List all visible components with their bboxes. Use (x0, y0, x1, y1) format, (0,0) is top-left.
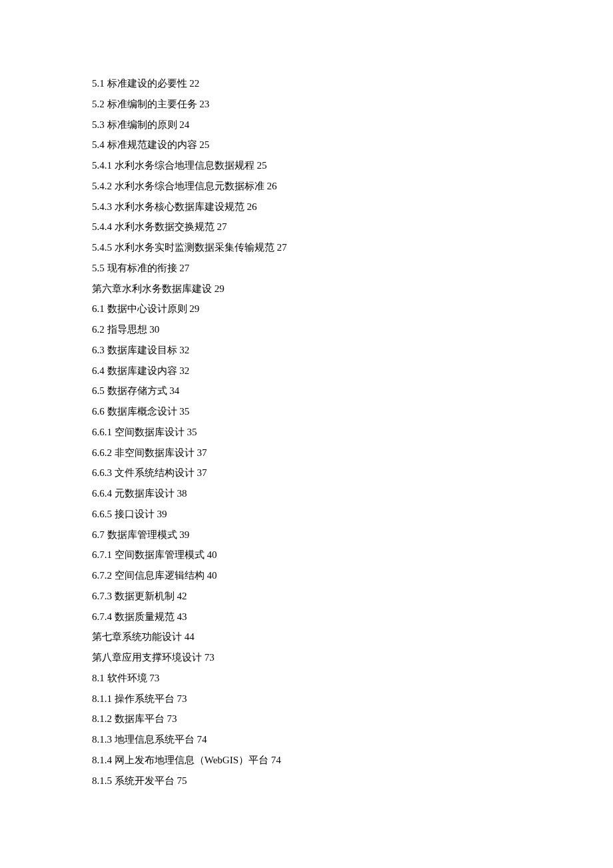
toc-entry: 6.7.4 数据质量规范 43 (92, 607, 613, 627)
toc-text: 6.6.3 文件系统结构设计 37 (92, 467, 207, 478)
toc-entry: 6.1 数据中心设计原则 29 (92, 299, 613, 319)
toc-entry: 5.4 标准规范建设的内容 25 (92, 135, 613, 155)
toc-text: 6.2 指导思想 30 (92, 324, 159, 335)
toc-entry: 8.1.1 操作系统平台 73 (92, 689, 613, 709)
toc-entry: 6.7 数据库管理模式 39 (92, 525, 613, 545)
toc-entry: 6.7.3 数据更新机制 42 (92, 586, 613, 607)
toc-text: 6.3 数据库建设目标 32 (92, 345, 189, 355)
toc-text: 6.5 数据存储方式 34 (92, 385, 179, 396)
toc-text: 6.4 数据库建设内容 32 (92, 365, 189, 376)
toc-entry: 6.2 指导思想 30 (92, 319, 613, 340)
toc-text: 5.4.1 水利水务综合地理信息数据规程 25 (92, 160, 267, 171)
toc-entry: 第八章应用支撑环境设计 73 (92, 647, 613, 668)
toc-entry: 6.6.1 空间数据库设计 35 (92, 422, 613, 443)
toc-entry: 6.7.1 空间数据库管理模式 40 (92, 545, 613, 565)
toc-text: 6.7 数据库管理模式 39 (92, 529, 189, 540)
toc-entry: 8.1 软件环境 73 (92, 668, 613, 689)
toc-entry: 6.3 数据库建设目标 32 (92, 340, 613, 361)
toc-text: 6.6.2 非空间数据库设计 37 (92, 447, 207, 458)
toc-entry: 5.4.1 水利水务综合地理信息数据规程 25 (92, 155, 613, 176)
toc-text: 6.1 数据中心设计原则 29 (92, 303, 199, 314)
toc-text: 8.1 软件环境 73 (92, 673, 159, 683)
toc-entry: 6.4 数据库建设内容 32 (92, 361, 613, 381)
toc-entry: 6.5 数据存储方式 34 (92, 381, 613, 401)
toc-entry: 5.4.3 水利水务核心数据库建设规范 26 (92, 197, 613, 217)
toc-entry: 8.1.2 数据库平台 73 (92, 709, 613, 729)
toc-entry: 5.4.4 水利水务数据交换规范 27 (92, 217, 613, 237)
toc-entry: 8.1.4 网上发布地理信息（WebGIS）平台 74 (92, 750, 613, 771)
toc-text: 6.7.3 数据更新机制 42 (92, 591, 187, 601)
toc-text: 6.6.1 空间数据库设计 35 (92, 427, 197, 437)
toc-entry: 第六章水利水务数据库建设 29 (92, 279, 613, 299)
toc-text: 8.1.1 操作系统平台 73 (92, 693, 187, 704)
toc-text: 8.1.4 网上发布地理信息（WebGIS）平台 74 (92, 755, 281, 765)
toc-text: 6.7.4 数据质量规范 43 (92, 611, 187, 622)
toc-entry: 6.6.5 接口设计 39 (92, 504, 613, 525)
toc-text: 5.5 现有标准的衔接 27 (92, 263, 189, 273)
toc-text: 6.6 数据库概念设计 35 (92, 406, 189, 417)
document-page: 5.1 标准建设的必要性 22 5.2 标准编制的主要任务 23 5.3 标准编… (0, 0, 613, 868)
toc-entry: 5.4.5 水利水务实时监测数据采集传输规范 27 (92, 237, 613, 258)
toc-entry: 8.1.3 地理信息系统平台 74 (92, 729, 613, 750)
toc-entry: 6.7.2 空间信息库逻辑结构 40 (92, 565, 613, 586)
toc-entry: 6.6.3 文件系统结构设计 37 (92, 463, 613, 483)
toc-entry: 5.3 标准编制的原则 24 (92, 115, 613, 135)
toc-text: 5.4 标准规范建设的内容 25 (92, 139, 209, 150)
toc-text: 5.4.2 水利水务综合地理信息元数据标准 26 (92, 181, 277, 191)
toc-text: 6.7.1 空间数据库管理模式 40 (92, 549, 217, 560)
toc-entry: 5.1 标准建设的必要性 22 (92, 73, 613, 94)
toc-entry: 8.1.5 系统开发平台 75 (92, 771, 613, 791)
toc-text: 8.1.3 地理信息系统平台 74 (92, 734, 207, 745)
toc-text: 5.2 标准编制的主要任务 23 (92, 99, 209, 109)
toc-text: 5.4.5 水利水务实时监测数据采集传输规范 27 (92, 242, 287, 253)
toc-entry: 6.6.2 非空间数据库设计 37 (92, 443, 613, 463)
toc-entry: 6.6.4 元数据库设计 38 (92, 483, 613, 504)
toc-text: 5.1 标准建设的必要性 22 (92, 78, 199, 89)
toc-entry: 5.2 标准编制的主要任务 23 (92, 94, 613, 115)
toc-entry: 6.6 数据库概念设计 35 (92, 401, 613, 422)
toc-text: 6.6.5 接口设计 39 (92, 509, 167, 519)
toc-text: 5.4.4 水利水务数据交换规范 27 (92, 221, 227, 232)
toc-text: 第八章应用支撑环境设计 73 (92, 652, 215, 663)
toc-text: 第七章系统功能设计 44 (92, 631, 195, 642)
toc-text: 5.3 标准编制的原则 24 (92, 119, 189, 130)
toc-text: 8.1.5 系统开发平台 75 (92, 775, 187, 786)
toc-text: 6.6.4 元数据库设计 38 (92, 488, 187, 499)
toc-text: 第六章水利水务数据库建设 29 (92, 283, 225, 294)
toc-entry: 5.5 现有标准的衔接 27 (92, 258, 613, 279)
toc-entry: 5.4.2 水利水务综合地理信息元数据标准 26 (92, 176, 613, 197)
toc-text: 5.4.3 水利水务核心数据库建设规范 26 (92, 201, 257, 212)
toc-entry: 第七章系统功能设计 44 (92, 627, 613, 647)
toc-text: 8.1.2 数据库平台 73 (92, 713, 177, 724)
toc-text: 6.7.2 空间信息库逻辑结构 40 (92, 570, 217, 581)
